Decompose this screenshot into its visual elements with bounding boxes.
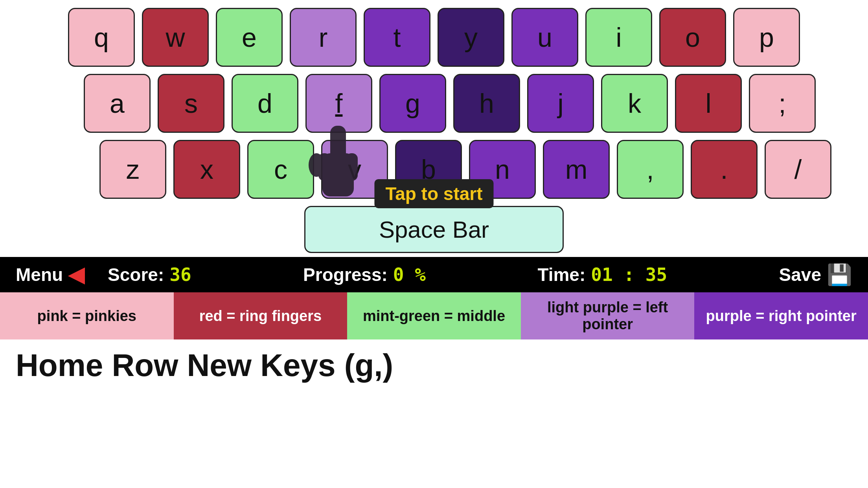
menu-item[interactable]: Menu ◀ — [16, 263, 84, 286]
key-w[interactable]: w — [142, 8, 209, 67]
key-m[interactable]: m — [543, 140, 610, 199]
score-label: Score: — [108, 264, 164, 285]
key-s[interactable]: s — [158, 74, 224, 133]
key-p[interactable]: p — [733, 8, 800, 67]
key-period[interactable]: . — [691, 140, 758, 199]
key-comma[interactable]: , — [617, 140, 684, 199]
save-label: Save — [779, 264, 821, 285]
score-value: 36 — [169, 264, 191, 285]
time-item: Time: 01 : 35 — [537, 264, 667, 285]
progress-label: Progress: — [303, 264, 388, 285]
key-c[interactable]: c — [247, 140, 314, 199]
menu-label: Menu — [16, 264, 63, 285]
spacebar-key[interactable]: Space Bar — [304, 206, 564, 253]
key-row-1: q w e r t y u i o p — [12, 8, 856, 67]
key-q[interactable]: q — [68, 8, 135, 67]
legend-purple: purple = right pointer — [694, 292, 868, 339]
progress-item: Progress: 0 % — [303, 264, 426, 285]
key-f[interactable]: f — [305, 74, 372, 133]
back-arrow-icon[interactable]: ◀ — [68, 263, 84, 286]
key-e[interactable]: e — [216, 8, 283, 67]
tap-to-start-tooltip: Tap to start — [374, 179, 493, 208]
key-k[interactable]: k — [601, 74, 668, 133]
legend-pink: pink = pinkies — [0, 292, 174, 339]
key-x[interactable]: x — [173, 140, 240, 199]
key-t[interactable]: t — [364, 8, 430, 67]
legend-red: red = ring fingers — [174, 292, 348, 339]
keyboard-area: q w e r t y u i o p a s d f g h j k l ; … — [0, 0, 868, 257]
key-z[interactable]: z — [99, 140, 166, 199]
status-bar: Menu ◀ Score: 36 Progress: 0 % Time: 01 … — [0, 257, 868, 292]
progress-value: 0 % — [393, 264, 426, 285]
key-o[interactable]: o — [659, 8, 726, 67]
save-icon: 💾 — [827, 263, 852, 287]
key-l[interactable]: l — [675, 74, 742, 133]
save-item[interactable]: Save 💾 — [779, 263, 852, 287]
legend-bar: pink = pinkies red = ring fingers mint-g… — [0, 292, 868, 339]
key-a[interactable]: a — [84, 74, 151, 133]
key-y[interactable]: y — [438, 8, 504, 67]
key-u[interactable]: u — [511, 8, 578, 67]
time-value: 01 : 35 — [591, 264, 667, 285]
key-row-2: a s d f g h j k l ; — [12, 74, 856, 133]
time-label: Time: — [537, 264, 585, 285]
key-r[interactable]: r — [290, 8, 357, 67]
legend-light-purple: light purple = left pointer — [521, 292, 695, 339]
footer-text: Home Row New Keys (g,) — [0, 339, 868, 383]
key-slash[interactable]: / — [765, 140, 831, 199]
legend-green: mint-green = middle — [347, 292, 521, 339]
key-h[interactable]: h — [453, 74, 520, 133]
key-d[interactable]: d — [232, 74, 298, 133]
key-i[interactable]: i — [585, 8, 652, 67]
key-j[interactable]: j — [527, 74, 594, 133]
spacebar-container: Tap to start Space Bar — [12, 206, 856, 253]
score-item: Score: 36 — [108, 264, 191, 285]
key-g[interactable]: g — [379, 74, 446, 133]
key-semicolon[interactable]: ; — [749, 74, 816, 133]
